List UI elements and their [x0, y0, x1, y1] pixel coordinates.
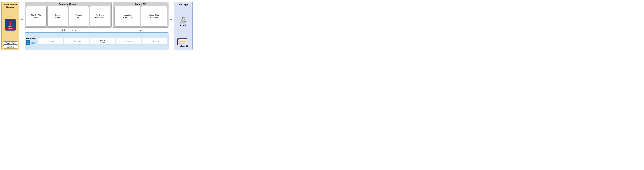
top-boxes-row: Database Updater Play-by-PlayLogs GameSt… [24, 2, 168, 28]
play-by-play-pill: Play-by-Play [2, 41, 18, 44]
web-app-column: Web App Flask [174, 2, 193, 50]
svg-text:ite: ite [30, 44, 31, 46]
svg-rect-22 [180, 46, 184, 46]
database-row: Database SQL ite SQLite Ga [24, 32, 168, 50]
center-column: Database Updater Play-by-PlayLogs GameSt… [24, 2, 168, 50]
games-api-cards: UpdatedPredictions Game DataEndpoints [114, 6, 167, 26]
svg-rect-25 [187, 45, 188, 46]
svg-rect-26 [187, 47, 188, 47]
flask-icon-svg [180, 17, 187, 24]
svg-point-24 [187, 46, 188, 46]
right-arrow-icon-2: → [169, 18, 173, 21]
svg-rect-17 [178, 40, 186, 42]
mid-arrows-left: ◄ ► ◄ ► [24, 28, 113, 32]
external-data-box: External DataSources NBA [1, 2, 20, 50]
sqlite-text: SQLite [31, 42, 36, 44]
web-app-title: Web App [179, 3, 188, 6]
mid-arrows-row: ◄ ► ◄ ► ▲ [24, 28, 168, 32]
pre-game-predictions-card: Pre-GamePredictions [90, 6, 110, 26]
features-db-card: Features [116, 38, 141, 44]
web-app-box: Web App Flask [174, 2, 193, 50]
svg-text:STATS: STATS [8, 26, 12, 28]
svg-rect-27 [186, 46, 186, 46]
arrow-to-webapp: → [169, 2, 173, 50]
database-title: Database [26, 37, 36, 40]
database-box: Database SQL ite SQLite Ga [24, 32, 168, 50]
feature-sets-card: FeatureSets [68, 6, 89, 26]
flask-area: Flask [180, 17, 187, 27]
mid-arrows-right: ▲ [113, 28, 168, 32]
svg-text:NBA: NBA [8, 28, 12, 30]
svg-rect-4 [10, 22, 11, 26]
games-api-box: Games API UpdatedPredictions Game DataEn… [113, 2, 168, 28]
external-pills: Play-by-Play Schedule [2, 41, 18, 48]
db-updater-title: Database Updater [26, 3, 110, 5]
db-label-column: Database SQL ite SQLite [26, 37, 37, 46]
games-api-title: Games API [114, 3, 167, 5]
svg-point-16 [180, 40, 181, 40]
flask-label: Flask [180, 24, 186, 27]
db-updater-cards: Play-by-PlayLogs GameStates FeatureSets … [26, 6, 110, 26]
svg-text:SQL: SQL [27, 43, 29, 44]
external-data-title: External DataSources [4, 3, 17, 8]
web-icon-area [177, 38, 189, 48]
game-states-db-card: GameStates [90, 38, 115, 44]
svg-rect-19 [182, 43, 186, 43]
game-states-card-top: GameStates [47, 6, 68, 26]
svg-rect-20 [182, 43, 185, 44]
game-data-endpoints-card: Game DataEndpoints [141, 6, 167, 26]
arrow-to-updater: → [20, 2, 24, 50]
svg-rect-28 [188, 46, 188, 46]
schedule-pill: Schedule [2, 45, 18, 48]
svg-rect-18 [178, 43, 181, 44]
right-arrow-icon: → [20, 18, 24, 21]
nba-logo-svg: NBA STATS [5, 19, 16, 30]
play-by-play-logs-card: Play-by-PlayLogs [26, 6, 46, 26]
sqlite-badge: SQL ite SQLite [26, 40, 36, 46]
db-cards-row: Games PbP Logs GameStates Features Predi… [38, 38, 167, 44]
web-icon-svg [177, 38, 189, 48]
diagram-container: External DataSources NBA [0, 0, 194, 52]
external-data-column: External DataSources NBA [1, 2, 20, 50]
games-db-card: Games [38, 38, 63, 44]
pbp-logs-db-card: PbP Logs [64, 38, 89, 44]
svg-point-14 [178, 40, 179, 40]
predictions-db-card: Predictions [142, 38, 167, 44]
updated-predictions-card: UpdatedPredictions [114, 6, 140, 26]
svg-point-15 [180, 40, 180, 40]
db-updater-box: Database Updater Play-by-PlayLogs GameSt… [24, 2, 112, 28]
nba-logo: NBA STATS [5, 19, 16, 30]
sqlite-logo-svg: SQL ite [26, 40, 31, 46]
